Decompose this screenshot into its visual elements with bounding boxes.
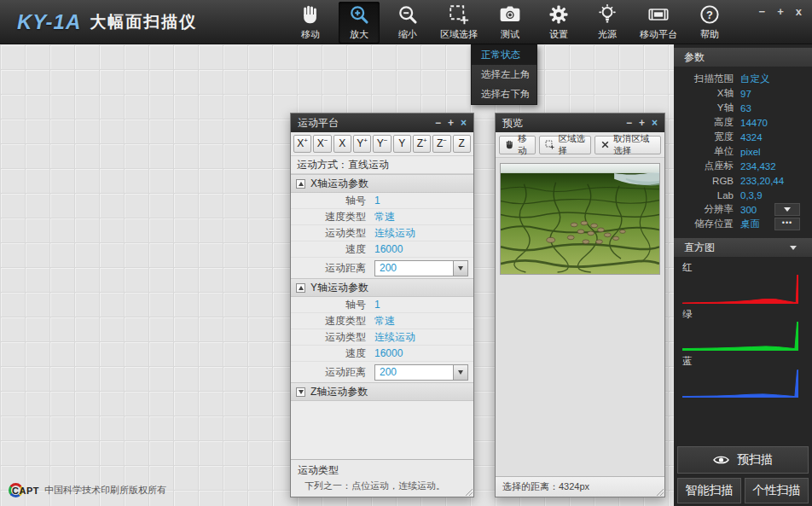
param-label: 轴号 xyxy=(291,298,366,312)
chevron-down-icon[interactable] xyxy=(453,365,467,380)
panel-close-button[interactable]: × xyxy=(652,117,658,129)
collapse-icon[interactable] xyxy=(296,179,305,189)
custom-scan-button[interactable]: 个性扫描 xyxy=(745,478,809,503)
param-value[interactable]: 14470 xyxy=(740,118,812,128)
axis-jog-button-x-minusplus[interactable]: X+ xyxy=(293,135,311,153)
chevron-down-icon[interactable] xyxy=(453,261,467,276)
param-label: 分辨率 xyxy=(674,203,734,216)
resize-grip[interactable] xyxy=(655,487,664,496)
param-value[interactable]: 0,3,9 xyxy=(740,190,812,201)
param-value[interactable]: 4324 xyxy=(740,132,812,142)
axis-jog-button-y-minusplus[interactable]: Y+ xyxy=(353,135,371,153)
axis-jog-button-x-minus[interactable]: X− xyxy=(313,135,331,153)
toolbar-button-zoom-out[interactable]: 缩小 xyxy=(387,2,428,44)
sidebar-param-row: Lab0,3,9 xyxy=(674,188,812,202)
histogram-channel-label: 蓝 xyxy=(682,355,798,368)
combobox-value[interactable]: 200 xyxy=(375,365,453,380)
window-minimize-button[interactable]: − xyxy=(759,5,766,18)
section-header[interactable]: Y轴运动参数 xyxy=(291,278,473,297)
param-value[interactable]: 1 xyxy=(374,299,380,311)
preview-button[interactable]: 移动 xyxy=(499,136,536,154)
motion-param-row: 速度类型常速 xyxy=(291,313,473,329)
preview-panel-titlebar[interactable]: 预览 − + × xyxy=(496,113,664,132)
param-value[interactable]: 自定义 xyxy=(740,73,812,85)
expand-icon[interactable] xyxy=(296,387,305,397)
param-value[interactable]: pixel xyxy=(740,147,812,157)
section-header[interactable]: X轴运动参数 xyxy=(291,174,473,193)
param-value[interactable]: 桌面 xyxy=(740,218,774,230)
region-select-menu: 正常状态选择左上角选择右下角 xyxy=(471,44,537,105)
param-value[interactable]: 300 xyxy=(740,205,774,215)
panel-maximize-button[interactable]: + xyxy=(639,117,645,129)
param-value[interactable]: 1 xyxy=(374,195,380,206)
param-value[interactable]: 234,432 xyxy=(740,161,812,172)
toolbar-button-help[interactable]: ?帮助 xyxy=(689,2,730,44)
param-value[interactable]: 常速 xyxy=(374,210,395,224)
prescan-button[interactable]: 预扫描 xyxy=(677,446,809,474)
param-label: 速度 xyxy=(291,242,366,257)
toolbar-button-label: 放大 xyxy=(350,28,368,41)
param-value[interactable]: 常速 xyxy=(374,314,395,329)
param-value[interactable]: 233,20,44 xyxy=(740,176,812,186)
window-controls: − + x xyxy=(759,5,802,18)
menu-item[interactable]: 选择右下角 xyxy=(472,84,536,104)
region-icon xyxy=(449,4,469,25)
section-header[interactable]: Z轴运动参数 xyxy=(291,382,473,401)
window-close-button[interactable]: x xyxy=(796,5,802,18)
param-label: 运动类型 xyxy=(291,226,366,241)
motion-panel-titlebar[interactable]: 运动平台 − + × xyxy=(291,113,473,132)
resolution-dropdown-button[interactable] xyxy=(774,203,800,216)
toolbar-button-settings[interactable]: 设置 xyxy=(538,2,579,44)
axis-jog-button-z-minusplus[interactable]: Z+ xyxy=(413,135,431,153)
param-value[interactable]: 16000 xyxy=(374,347,403,359)
param-value[interactable]: 连续运动 xyxy=(374,330,415,345)
toolbar-button-zoom-in[interactable]: 放大 xyxy=(339,2,380,44)
motion-param-row: 轴号1 xyxy=(291,193,473,209)
histogram-block: 绿 xyxy=(674,304,812,351)
panel-minimize-button[interactable]: − xyxy=(626,117,632,129)
collapse-icon[interactable] xyxy=(296,283,305,293)
param-value[interactable]: 连续运动 xyxy=(374,226,415,241)
toolbar-button-light-source[interactable]: 光源 xyxy=(587,2,628,44)
preview-button[interactable]: 区域选择 xyxy=(539,136,591,154)
motion-param-row: 速度类型常速 xyxy=(291,209,473,225)
toolbar-button-test[interactable]: 测试 xyxy=(490,2,531,44)
params-title: 参数 xyxy=(684,50,705,65)
axis-jog-button-x[interactable]: X xyxy=(334,135,351,153)
motion-panel-title: 运动平台 xyxy=(298,116,339,131)
param-value[interactable]: 63 xyxy=(740,103,812,113)
smart-scan-button[interactable]: 智能扫描 xyxy=(677,478,741,503)
toolbar-button-motion-platform[interactable]: 移动平台 xyxy=(635,2,682,44)
param-label: 速度类型 xyxy=(291,314,366,329)
panel-maximize-button[interactable]: + xyxy=(448,117,454,129)
menu-item[interactable]: 选择左上角 xyxy=(472,65,536,84)
footer-help-text: 下列之一：点位运动，连续运动。 xyxy=(298,480,467,492)
param-label: 高度 xyxy=(674,116,734,129)
axis-jog-button-z[interactable]: Z xyxy=(453,135,471,153)
logo-text: KY-1A xyxy=(17,10,81,34)
axis-jog-button-z-minus[interactable]: Z− xyxy=(432,135,450,153)
histogram-header[interactable]: 直方图 xyxy=(674,238,812,257)
preview-viewport[interactable] xyxy=(496,158,664,476)
preview-image[interactable] xyxy=(500,163,660,275)
title-toolbar: KY-1A 大幅面扫描仪 移动放大缩小区域选择测试设置光源移动平台?帮助 − +… xyxy=(0,0,812,44)
menu-item[interactable]: 正常状态 xyxy=(472,45,536,65)
preview-button[interactable]: 取消区域选择 xyxy=(594,136,661,154)
browse-ellipsis-button[interactable]: ••• xyxy=(774,218,800,230)
combobox-value[interactable]: 200 xyxy=(375,261,453,276)
help-icon: ? xyxy=(699,4,720,25)
axis-jog-button-y[interactable]: Y xyxy=(393,135,411,153)
window-maximize-button[interactable]: + xyxy=(777,5,784,18)
motion-param-combo-row: 运动距离200 xyxy=(291,258,473,278)
distance-combobox[interactable]: 200 xyxy=(374,260,468,276)
toolbar-button-region-select[interactable]: 区域选择 xyxy=(436,2,482,44)
panel-minimize-button[interactable]: − xyxy=(435,117,441,129)
toolbar-button-move[interactable]: 移动 xyxy=(290,2,331,44)
panel-close-button[interactable]: × xyxy=(461,117,467,129)
param-value[interactable]: 97 xyxy=(740,89,812,99)
param-value[interactable]: 16000 xyxy=(374,243,403,255)
motion-panel-empty xyxy=(291,401,473,459)
axis-jog-button-y-minus[interactable]: Y− xyxy=(373,135,391,153)
distance-combobox[interactable]: 200 xyxy=(374,364,468,381)
cancel-icon xyxy=(600,140,610,149)
